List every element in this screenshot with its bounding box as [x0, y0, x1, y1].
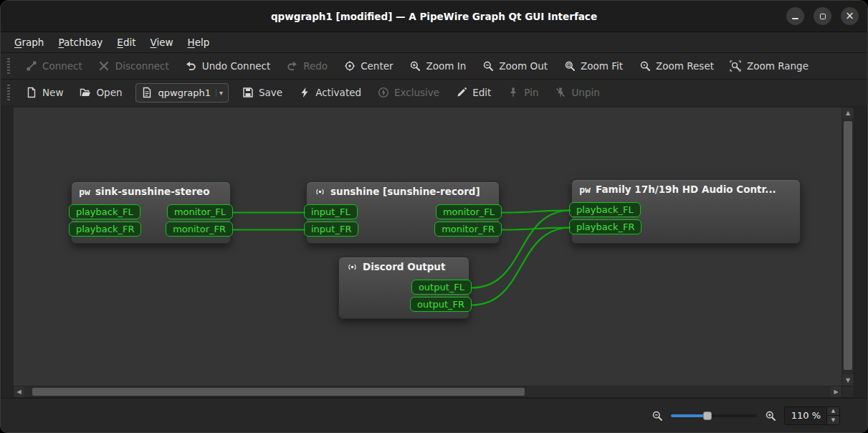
- toolbar-button-label: Exclusive: [394, 87, 439, 98]
- node-title: Discord Output: [363, 261, 445, 272]
- connection-wire[interactable]: [502, 228, 571, 230]
- output-port[interactable]: monitor_FR: [434, 222, 502, 237]
- menu-help[interactable]: Help: [181, 34, 216, 50]
- graph-node[interactable]: pwsink-sunshine-stereoplayback_FLmonitor…: [71, 181, 231, 244]
- output-port[interactable]: monitor_FL: [436, 204, 502, 219]
- horizontal-scrollbar[interactable]: ◀ ▶: [13, 386, 842, 398]
- toolbar-button-label: Connect: [42, 60, 82, 72]
- pin-button[interactable]: Pin: [500, 83, 545, 103]
- zoom-spinbox[interactable]: 110 % ▲ ▼: [784, 406, 840, 425]
- input-port[interactable]: input_FL: [304, 204, 358, 219]
- minimize-button[interactable]: [786, 7, 804, 25]
- zoom-in-icon: [409, 60, 421, 72]
- open-button[interactable]: Open: [72, 83, 128, 103]
- save-button[interactable]: Save: [235, 83, 289, 103]
- horizontal-scroll-thumb[interactable]: [32, 388, 524, 396]
- toolbar-button-label: Unpin: [571, 87, 599, 98]
- vertical-scroll-thumb[interactable]: [844, 121, 852, 370]
- input-port[interactable]: playback_FL: [69, 204, 140, 219]
- zoom-reset-button[interactable]: Zoom Reset: [632, 57, 720, 76]
- toolbar-button-label: Undo Connect: [202, 60, 270, 72]
- exclusive-button[interactable]: Exclusive: [371, 83, 446, 103]
- zoom-out-button[interactable]: Zoom Out: [475, 57, 554, 76]
- graph-node[interactable]: Discord Outputoutput_FLoutput_FR: [338, 257, 469, 319]
- toolbar-button-label: Center: [361, 60, 393, 72]
- toolbar-button-label: Zoom Fit: [581, 60, 623, 72]
- vertical-scroll-track[interactable]: [842, 118, 854, 375]
- zoom-range-button[interactable]: Zoom Range: [723, 57, 815, 76]
- new-icon: [25, 87, 37, 99]
- input-port[interactable]: playback_FL: [569, 202, 641, 217]
- toolbar-button-label: Zoom Reset: [656, 60, 714, 72]
- combo-value: qpwgraph1: [158, 87, 211, 98]
- zoom-slider[interactable]: [671, 409, 757, 422]
- toolbar-button-label: Pin: [524, 87, 538, 98]
- toolbar-handle[interactable]: [7, 85, 10, 100]
- scroll-down-arrow[interactable]: ▼: [842, 375, 854, 386]
- maximize-button[interactable]: [814, 7, 831, 25]
- zoom-out-icon[interactable]: [652, 410, 663, 422]
- zoom-slider-handle[interactable]: [703, 411, 712, 420]
- edit-button[interactable]: Edit: [449, 83, 497, 103]
- zoom-fit-button[interactable]: Zoom Fit: [557, 57, 629, 76]
- vertical-scrollbar[interactable]: ▲ ▼: [842, 107, 854, 386]
- center-button[interactable]: Center: [337, 57, 399, 76]
- patchbay-file-combo[interactable]: qpwgraph1▾: [135, 83, 229, 103]
- undo-connect-button[interactable]: Undo Connect: [178, 57, 277, 76]
- node-header[interactable]: Discord Output: [339, 257, 469, 275]
- new-button[interactable]: New: [19, 83, 70, 103]
- toolbar-button-label: Disconnect: [115, 60, 169, 72]
- input-port[interactable]: playback_FR: [69, 222, 141, 237]
- spin-arrows: ▲ ▼: [826, 407, 839, 424]
- input-port[interactable]: input_FR: [304, 222, 358, 237]
- scroll-left-arrow[interactable]: ◀: [14, 386, 24, 397]
- scroll-up-arrow[interactable]: ▲: [842, 108, 854, 118]
- scroll-right-arrow[interactable]: ▶: [831, 386, 841, 397]
- graph-node[interactable]: sunshine [sunshine-record]input_FLmonito…: [306, 181, 500, 244]
- horizontal-scroll-track[interactable]: [24, 386, 831, 397]
- zoom-in-icon[interactable]: [765, 410, 776, 422]
- file-icon: [141, 87, 153, 99]
- open-icon: [79, 87, 91, 99]
- pipewire-icon: pw: [79, 186, 90, 197]
- close-button[interactable]: ×: [841, 7, 859, 25]
- menu-view[interactable]: View: [144, 34, 180, 50]
- menu-edit[interactable]: Edit: [110, 34, 142, 50]
- chevron-down-icon: ▾: [216, 89, 223, 97]
- output-port[interactable]: output_FL: [411, 280, 472, 295]
- save-icon: [242, 87, 254, 99]
- node-title: Family 17h/19h HD Audio Contr...: [596, 184, 776, 195]
- scrollbar-corner: [842, 386, 854, 398]
- connection-wire[interactable]: [502, 211, 571, 213]
- menubar: GraphPatchbayEditViewHelp: [1, 32, 867, 52]
- spin-up-button[interactable]: ▲: [827, 407, 839, 417]
- input-port[interactable]: playback_FR: [569, 219, 642, 234]
- file-toolbar: NewOpenqpwgraph1▾SaveActivatedExclusiveE…: [1, 79, 867, 105]
- menu-graph[interactable]: Graph: [8, 34, 50, 50]
- redo-icon: [286, 60, 298, 72]
- spin-down-button[interactable]: ▼: [827, 416, 839, 424]
- toolbar-button-label: Activated: [315, 87, 361, 98]
- node-header[interactable]: sunshine [sunshine-record]: [307, 182, 499, 200]
- unpin-button[interactable]: Unpin: [548, 83, 606, 103]
- toolbar-button-label: Zoom In: [426, 60, 467, 72]
- connect-button[interactable]: Connect: [19, 57, 89, 76]
- output-port[interactable]: monitor_FL: [167, 204, 233, 219]
- output-port[interactable]: monitor_FR: [166, 222, 233, 237]
- toolbar-handle[interactable]: [7, 58, 10, 74]
- menu-patchbay[interactable]: Patchbay: [52, 34, 109, 50]
- redo-button[interactable]: Redo: [280, 57, 334, 76]
- node-header[interactable]: pwsink-sunshine-stereo: [72, 182, 230, 200]
- output-port[interactable]: output_FR: [410, 297, 472, 312]
- disconnect-button[interactable]: Disconnect: [92, 57, 176, 76]
- graph-canvas[interactable]: pwsink-sunshine-stereoplayback_FLmonitor…: [13, 107, 842, 386]
- graph-node[interactable]: pwFamily 17h/19h HD Audio Contr...playba…: [571, 179, 801, 244]
- zoom-fit-icon: [563, 60, 576, 72]
- app-window: qpwgraph1 [modified] — A PipeWire Graph …: [0, 0, 868, 433]
- titlebar[interactable]: qpwgraph1 [modified] — A PipeWire Graph …: [1, 1, 867, 32]
- zoom-out-icon: [482, 60, 494, 72]
- node-header[interactable]: pwFamily 17h/19h HD Audio Contr...: [572, 180, 800, 198]
- speaker-icon: [346, 261, 358, 272]
- activated-button[interactable]: Activated: [292, 83, 368, 103]
- zoom-in-button[interactable]: Zoom In: [403, 57, 473, 76]
